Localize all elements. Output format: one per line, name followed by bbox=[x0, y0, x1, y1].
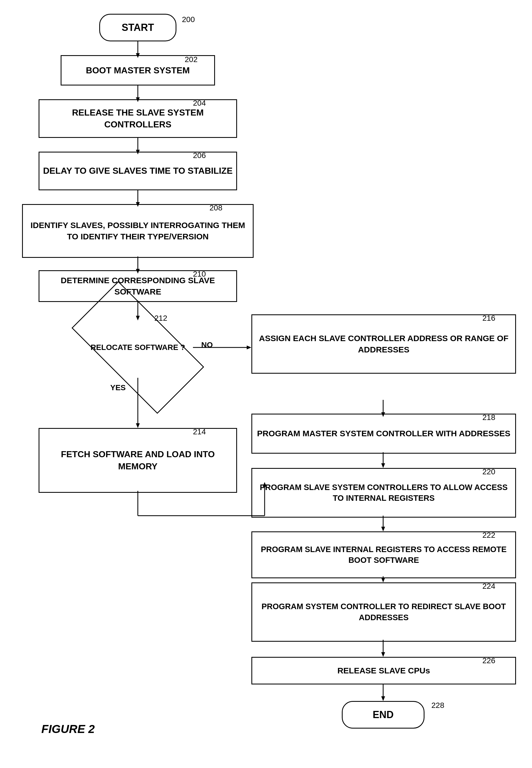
svg-marker-13 bbox=[136, 423, 140, 428]
start-node: START bbox=[99, 14, 176, 41]
node-216: ASSIGN EACH SLAVE CONTROLLER ADDRESS OR … bbox=[251, 314, 516, 373]
num-218: 218 bbox=[482, 413, 495, 422]
node-226: RELEASE SLAVE CPUs bbox=[251, 657, 516, 684]
num-204: 204 bbox=[193, 99, 206, 108]
start-label: START bbox=[122, 22, 154, 33]
node-216-label: ASSIGN EACH SLAVE CONTROLLER ADDRESS OR … bbox=[256, 333, 512, 355]
svg-marker-23 bbox=[381, 463, 385, 468]
node-212-label: RELOCATE SOFTWARE ? bbox=[88, 340, 188, 355]
node-206-label: DELAY TO GIVE SLAVES TIME TO STABILIZE bbox=[43, 165, 233, 177]
node-210: DETERMINE CORRESPONDING SLAVE SOFTWARE bbox=[39, 270, 237, 302]
svg-marker-27 bbox=[381, 578, 385, 582]
no-label: NO bbox=[201, 340, 213, 349]
node-208-label: IDENTIFY SLAVES, POSSIBLY INTERROGATING … bbox=[26, 220, 249, 242]
svg-marker-25 bbox=[381, 527, 385, 531]
num-206: 206 bbox=[193, 151, 206, 160]
node-204-label: RELEASE THE SLAVE SYSTEM CONTROLLERS bbox=[42, 107, 233, 130]
svg-marker-31 bbox=[381, 696, 385, 701]
num-208: 208 bbox=[209, 203, 222, 212]
end-node: END bbox=[342, 701, 424, 729]
figure-label: FIGURE 2 bbox=[41, 723, 95, 736]
node-224-label: PROGRAM SYSTEM CONTROLLER TO REDIRECT SL… bbox=[256, 601, 512, 623]
num-220: 220 bbox=[482, 468, 495, 476]
num-226: 226 bbox=[482, 656, 495, 665]
num-202: 202 bbox=[185, 55, 198, 64]
node-220: PROGRAM SLAVE SYSTEM CONTROLLERS TO ALLO… bbox=[251, 468, 516, 518]
node-222-label: PROGRAM SLAVE INTERNAL REGISTERS TO ACCE… bbox=[256, 544, 512, 566]
node-212: RELOCATE SOFTWARE ? bbox=[77, 314, 198, 380]
num-210: 210 bbox=[193, 270, 206, 278]
node-220-label: PROGRAM SLAVE SYSTEM CONTROLLERS TO ALLO… bbox=[256, 482, 512, 504]
node-214: FETCH SOFTWARE AND LOAD INTO MEMORY bbox=[39, 428, 237, 493]
num-214: 214 bbox=[193, 428, 206, 436]
node-206: DELAY TO GIVE SLAVES TIME TO STABILIZE bbox=[39, 152, 237, 190]
num-224: 224 bbox=[482, 582, 495, 591]
node-222: PROGRAM SLAVE INTERNAL REGISTERS TO ACCE… bbox=[251, 531, 516, 578]
svg-marker-15 bbox=[247, 345, 251, 349]
node-214-label: FETCH SOFTWARE AND LOAD INTO MEMORY bbox=[43, 449, 233, 472]
svg-marker-29 bbox=[381, 652, 385, 657]
num-222: 222 bbox=[482, 531, 495, 540]
num-228: 228 bbox=[431, 701, 444, 710]
node-204: RELEASE THE SLAVE SYSTEM CONTROLLERS bbox=[39, 99, 237, 138]
num-200: 200 bbox=[182, 15, 195, 24]
flowchart-diagram: START 200 BOOT MASTER SYSTEM 202 RELEASE… bbox=[0, 0, 532, 768]
num-212: 212 bbox=[154, 314, 167, 323]
num-216: 216 bbox=[482, 314, 495, 323]
end-label: END bbox=[373, 709, 394, 721]
node-218: PROGRAM MASTER SYSTEM CONTROLLER WITH AD… bbox=[251, 414, 516, 454]
node-202-label: BOOT MASTER SYSTEM bbox=[86, 65, 190, 76]
node-224: PROGRAM SYSTEM CONTROLLER TO REDIRECT SL… bbox=[251, 582, 516, 642]
yes-label: YES bbox=[110, 383, 126, 392]
node-218-label: PROGRAM MASTER SYSTEM CONTROLLER WITH AD… bbox=[257, 428, 510, 439]
node-226-label: RELEASE SLAVE CPUs bbox=[337, 665, 430, 676]
